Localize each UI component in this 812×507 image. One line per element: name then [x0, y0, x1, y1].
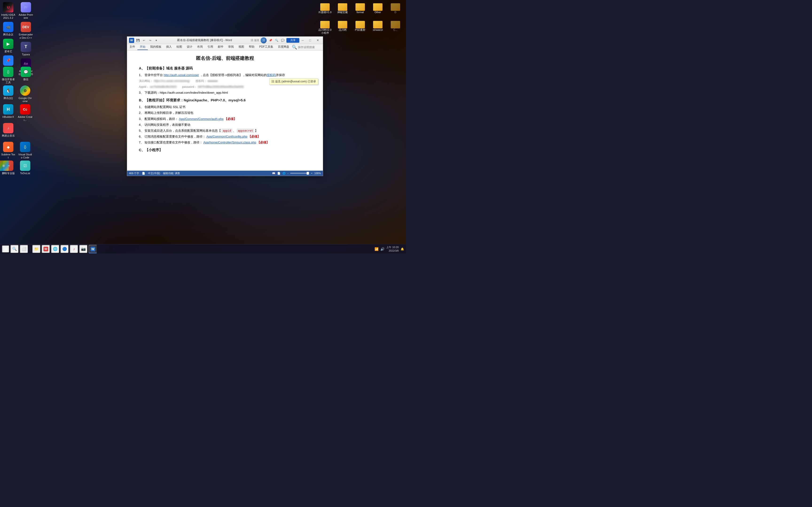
maximize-button[interactable]: □	[307, 38, 313, 43]
undo-toolbar-icon[interactable]: ↩	[142, 38, 146, 43]
share-button[interactable]: 共享	[287, 38, 299, 43]
taskbar-search-icon: 🔍	[12, 247, 17, 251]
folder-pinchuan-v2[interactable]: 品川哟V2.0小程序	[317, 20, 333, 36]
taskbar-notification-icon[interactable]: 🔔	[401, 247, 404, 251]
taskbar-chrome-button[interactable]: 🔵	[60, 245, 69, 253]
view-mode-read[interactable]: 📖	[272, 172, 275, 175]
folder-label-d: D	[395, 11, 396, 14]
folder-other[interactable]: Other	[369, 2, 386, 15]
app-adobe-pr[interactable]: Pr Adobe Premiere	[18, 1, 34, 20]
taskbar-taskview-button[interactable]: ⬜	[20, 245, 28, 253]
zoom-plus[interactable]: +	[311, 172, 312, 175]
adobe-creative-icon: Cc	[20, 104, 30, 115]
search-command-icon[interactable]: 🔍	[274, 38, 279, 43]
taskbar-wps-button[interactable]: W	[42, 245, 50, 253]
tab-mailing[interactable]: 邮件	[215, 44, 226, 50]
taskbar-word-button[interactable]: W	[89, 245, 97, 253]
tab-draw[interactable]: 绘图	[174, 44, 185, 50]
b-item5-num: 5、	[139, 129, 144, 132]
b-item4-text: 访问网站安装程序，表前缀不要动	[145, 123, 190, 126]
tab-insert[interactable]: 插入	[164, 44, 174, 50]
app-iqiyi[interactable]: ▶ 爱奇艺	[0, 38, 16, 54]
folder-formal[interactable]: formal	[352, 2, 368, 15]
ribbon-search-input[interactable]	[298, 46, 321, 49]
word-titlebar-right: 活 溢流 活 📌 🔍 💬 共享	[251, 37, 299, 44]
taskbar-edge-button[interactable]: 🌐	[51, 245, 59, 253]
user-avatar[interactable]: 活	[261, 37, 267, 44]
folder-label-pinchuan-v2: 品川哟V2.0小程序	[318, 29, 332, 35]
close-button[interactable]: ✕	[314, 38, 321, 43]
taskbar-explorer-button[interactable]: 📁	[32, 245, 41, 253]
tab-references[interactable]: 引用	[205, 44, 215, 50]
folder-mystery[interactable]: 神秘宝藏	[334, 2, 351, 15]
app-chrome[interactable]: ⚙ Google Chrome	[17, 84, 33, 104]
folder-label-pinchuan: 品川哟	[339, 29, 347, 32]
app-163music[interactable]: ♪ 网易云音乐	[0, 122, 16, 138]
folder-d[interactable]: D	[387, 2, 404, 15]
zoom-minus[interactable]: -	[288, 172, 289, 175]
word-title-left: W 💾 ↩ ↪ ▾	[129, 38, 159, 43]
app-vscode[interactable]: {} Visual Studio Code	[17, 141, 33, 160]
section-b-item7: 7、 短信接口配置也需要在文件中修改，路径： App/home/Controll…	[139, 140, 311, 145]
typora-icon: T	[21, 42, 31, 52]
tab-design[interactable]: 设计	[185, 44, 195, 50]
taskbar-camera-button[interactable]: 📷	[79, 245, 88, 253]
word-window: W 💾 ↩ ↪ ▾ 匿名信-后端搭建视频教程 [兼容模式] - Word 活 溢…	[127, 36, 323, 176]
save-toolbar-icon[interactable]: 💾	[136, 38, 140, 43]
tab-view[interactable]: 视图	[236, 44, 247, 50]
tab-help[interactable]: 帮助	[247, 44, 257, 50]
app-hbuilder[interactable]: H HBuilderX	[0, 103, 16, 122]
app-tencent-meeting[interactable]: 📹 腾讯会议	[0, 21, 16, 37]
taskbar-datetime[interactable]: 上午 10:20 2022/3/8	[386, 245, 399, 252]
taskbar-network-icon[interactable]: 📶	[374, 247, 378, 251]
tab-start[interactable]: 开始	[138, 44, 148, 50]
pin-icon[interactable]: 📌	[268, 38, 273, 43]
folder-xueyuanqiang[interactable]: 许愿墙V1.0	[317, 2, 333, 15]
app-sublime[interactable]: ◆ Sublime Text	[0, 141, 16, 160]
item1-highlight[interactable]: 授权码	[267, 73, 276, 77]
app-adobe-creative[interactable]: Cc Adobe Creati...	[17, 103, 33, 122]
b-item7-link[interactable]: App/home/Controller/Smsuni.class.php	[203, 140, 256, 144]
comments-icon[interactable]: 💬	[280, 38, 285, 43]
tab-review[interactable]: 审阅	[226, 44, 236, 50]
zoom-thumb[interactable]	[307, 172, 309, 175]
item1-link[interactable]: http://auth.uosat.com/user	[163, 73, 199, 77]
folder-pinchuan[interactable]: 品川哟	[334, 20, 351, 33]
view-mode-print[interactable]: 📄	[277, 172, 281, 175]
zoom-slider[interactable]	[290, 173, 309, 174]
app-microsoft[interactable]: ⊞ oft	[0, 160, 12, 176]
customize-toolbar-icon[interactable]: ▾	[154, 38, 159, 43]
section-a-item2-row2: AppId： wx7fa58af8c96c5933 password： 94f7…	[139, 84, 311, 90]
app-todo[interactable]: ☑ ToDoList	[17, 160, 33, 176]
taskbar-taskview-icon: ⬜	[21, 247, 26, 251]
app-weixin[interactable]: 💬 微信	[18, 66, 34, 82]
b-item6-link[interactable]: App/Common/Conf/config.php	[206, 135, 247, 138]
tab-baidu[interactable]: 百度网盘	[275, 44, 292, 50]
folder-c-partial[interactable]: C...	[387, 20, 404, 33]
minimize-button[interactable]: ─	[299, 38, 306, 43]
folder-icon-d	[391, 3, 400, 11]
adobe-pr-icon: Pr	[21, 2, 31, 12]
taskbar-search-button[interactable]: 🔍	[10, 245, 19, 253]
tab-template[interactable]: 我的模板	[148, 44, 164, 50]
start-button[interactable]: ⊞	[2, 245, 9, 253]
app-qq[interactable]: 🐧 腾讯QQ	[0, 84, 16, 104]
view-mode-web[interactable]: 🌐	[283, 172, 286, 175]
auth-code-label: 授权码：	[196, 79, 207, 82]
redo-toolbar-icon[interactable]: ↪	[148, 38, 152, 43]
folder-label-psd: PSD素材	[355, 29, 366, 32]
folder-label-other: Other	[374, 11, 381, 14]
tab-layout[interactable]: 布局	[195, 44, 205, 50]
tab-pdf[interactable]: PDF工具集	[257, 44, 275, 50]
taskbar-tiktok-button[interactable]: ♪	[70, 245, 78, 253]
app-weixin-dev[interactable]: {} 微信开发者工具	[0, 66, 16, 85]
tab-file[interactable]: 文件	[127, 44, 138, 50]
taskbar-sound-icon[interactable]: 🔊	[380, 247, 385, 251]
b-item3-link[interactable]: App/Common/Common/auth.php	[179, 117, 223, 121]
app-embarcadero[interactable]: DEV Embarcadero Dev-C++	[18, 21, 34, 40]
app-intellij[interactable]: IJ IntelliJ IDEA 2021.3.2	[0, 1, 16, 20]
folder-psd[interactable]: PSD素材	[352, 20, 368, 33]
taskbar-tiktok-icon: ♪	[73, 247, 75, 251]
app-typora[interactable]: T Typora	[18, 41, 34, 57]
folder-xinwanzi[interactable]: xinwanzi	[369, 20, 386, 33]
